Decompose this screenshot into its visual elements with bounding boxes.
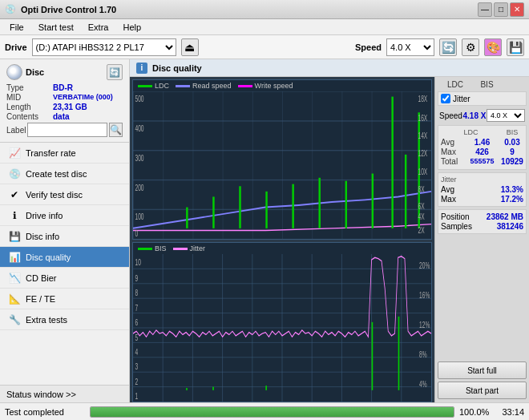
close-button[interactable]: ✕	[510, 2, 524, 17]
sidebar-item-cd-bier[interactable]: 📉 CD Bier	[0, 268, 129, 289]
write-speed-color	[238, 85, 252, 87]
sidebar-item-verify-test-disc[interactable]: ✔ Verify test disc	[0, 184, 129, 205]
refresh-button[interactable]: 🔄	[439, 38, 457, 56]
svg-text:300: 300	[135, 153, 143, 163]
content-area: i Disc quality LDC Read speed	[130, 59, 529, 402]
svg-text:18X: 18X	[418, 95, 427, 104]
charts-column: LDC Read speed Write speed	[130, 77, 434, 402]
bottom-bar: Test completed 100.0% 33:14	[0, 402, 529, 420]
svg-rect-9	[265, 192, 267, 228]
svg-text:10X: 10X	[418, 167, 427, 176]
samples-row: Samples 381246	[441, 222, 523, 231]
svg-text:7: 7	[135, 303, 138, 313]
svg-text:20%: 20%	[419, 261, 430, 271]
disc-refresh-btn[interactable]: 🔄	[107, 64, 123, 80]
time-text: 33:14	[496, 407, 524, 417]
svg-text:3: 3	[135, 362, 138, 372]
menu-help[interactable]: Help	[116, 22, 147, 33]
start-full-button[interactable]: Start full	[438, 361, 527, 379]
start-part-button[interactable]: Start part	[438, 382, 527, 399]
svg-rect-11	[318, 178, 320, 228]
svg-text:14X: 14X	[418, 131, 427, 141]
drive-select[interactable]: (D:) ATAPI iHBS312 2 PL17	[32, 38, 176, 56]
right-panel: LDC BIS Jitter Speed 4.18 X 4.0 X	[434, 77, 529, 402]
svg-rect-14	[391, 97, 393, 228]
svg-rect-13	[372, 174, 374, 228]
svg-text:8%: 8%	[419, 349, 427, 359]
sidebar-item-disc-quality[interactable]: 📊 Disc quality	[0, 247, 129, 268]
speed-label: Speed	[439, 111, 462, 120]
toolbar: Drive (D:) ATAPI iHBS312 2 PL17 ⏏ Speed …	[0, 35, 529, 59]
svg-rect-1	[133, 91, 431, 239]
svg-text:100: 100	[135, 212, 143, 222]
svg-rect-65	[372, 322, 374, 390]
disc-mid-row: MID VERBATIMe (000)	[6, 93, 123, 102]
sidebar-item-extra-tests[interactable]: 🔧 Extra tests	[0, 309, 129, 330]
svg-text:2: 2	[135, 377, 138, 386]
svg-rect-66	[398, 317, 400, 390]
maximize-button[interactable]: □	[494, 2, 508, 17]
titlebar-controls: — □ ✕	[478, 2, 524, 17]
speed-select-2[interactable]: 4.0 X	[487, 109, 525, 122]
ldc-chart-canvas: 500 400 300 200 100 0 18X 16X 14X 12X 10…	[133, 91, 431, 239]
bis-chart: BIS Jitter	[132, 242, 432, 402]
drive-label: Drive	[5, 42, 27, 52]
color-button[interactable]: 🎨	[484, 38, 502, 56]
svg-text:500: 500	[135, 95, 143, 104]
progress-bar-container	[90, 406, 454, 418]
label-input[interactable]	[27, 123, 107, 137]
svg-rect-15	[405, 155, 406, 228]
settings-button[interactable]: ⚙	[462, 38, 479, 56]
sidebar-item-create-test-disc[interactable]: 💿 Create test disc	[0, 164, 129, 184]
disc-icon	[6, 64, 22, 80]
ldc-chart-svg: 500 400 300 200 100 0 18X 16X 14X 12X 10…	[133, 91, 431, 239]
eject-button[interactable]: ⏏	[181, 38, 199, 56]
bis-chart-svg: 10 9 8 7 6 5 4 3 2 1 20% 16%	[133, 254, 431, 402]
speed-row: Speed 4.18 X 4.0 X	[438, 108, 527, 123]
total-row: Total 555575 10929	[441, 157, 523, 166]
sidebar-item-disc-info[interactable]: 💾 Disc info	[0, 226, 129, 247]
speed-label: Speed	[355, 42, 382, 52]
avg-row: Avg 1.46 0.03	[441, 138, 523, 147]
disc-type-row: Type BD-R	[6, 83, 123, 92]
sidebar-item-drive-info[interactable]: ℹ Drive info	[0, 205, 129, 226]
create-test-disc-icon: 💿	[8, 168, 21, 180]
svg-rect-63	[212, 387, 214, 390]
extra-tests-icon: 🔧	[8, 313, 21, 326]
write-speed-legend-item: Write speed	[238, 82, 293, 90]
svg-text:10: 10	[135, 257, 140, 267]
ldc-col-header: LDC	[439, 80, 471, 89]
menu-file[interactable]: File	[3, 22, 30, 33]
sidebar: Disc 🔄 Type BD-R MID VERBATIMe (000) Len…	[0, 59, 130, 402]
max-row: Max 426 9	[441, 147, 523, 156]
chart-title: Disc quality	[152, 63, 202, 73]
svg-rect-62	[186, 388, 188, 390]
svg-text:9: 9	[135, 273, 138, 283]
menu-extra[interactable]: Extra	[82, 22, 115, 33]
verify-test-disc-icon: ✔	[8, 188, 21, 201]
svg-text:8X: 8X	[418, 185, 424, 195]
disc-info-icon: 💾	[8, 230, 21, 243]
speed-select[interactable]: 4.0 X	[386, 38, 434, 56]
full-chart-area: LDC Read speed Write speed	[130, 77, 529, 402]
save-button[interactable]: 💾	[507, 38, 524, 56]
action-buttons: Start full Start part	[438, 361, 527, 399]
sidebar-item-transfer-rate[interactable]: 📈 Transfer rate	[0, 143, 129, 164]
speed-value: 4.18 X	[463, 111, 487, 120]
jitter-stats: Jitter Avg 13.3% Max 17.2%	[438, 172, 527, 207]
jitter-legend-item: Jitter	[173, 244, 206, 252]
ldc-legend: LDC Read speed Write speed	[133, 80, 431, 91]
svg-text:12%: 12%	[419, 320, 430, 329]
disc-panel-title: Disc	[26, 67, 44, 77]
status-window-button[interactable]: Status window >>	[0, 385, 129, 402]
disc-length-row: Length 23,31 GB	[6, 103, 123, 111]
label-button[interactable]: 🔍	[109, 123, 123, 137]
sidebar-item-fe-te[interactable]: 📐 FE / TE	[0, 289, 129, 309]
jitter-checkbox[interactable]	[441, 94, 450, 103]
svg-rect-64	[265, 386, 267, 390]
transfer-rate-icon: 📈	[8, 147, 21, 160]
svg-text:400: 400	[135, 123, 143, 133]
minimize-button[interactable]: —	[478, 2, 492, 17]
max-jitter-row: Max 17.2%	[441, 195, 523, 204]
menu-start-test[interactable]: Start test	[32, 22, 80, 33]
